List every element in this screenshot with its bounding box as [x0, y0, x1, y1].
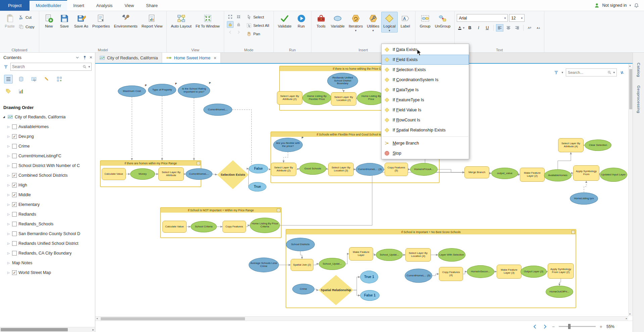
model-node-money[interactable]: Money — [130, 168, 155, 180]
model-node-home-listing-by-price-criteria[interactable]: Home Listing By Price Criteria — [250, 218, 280, 233]
layer-visibility-checkbox[interactable]: ✓ — [12, 173, 17, 178]
layer-item-avaliablehomes[interactable]: ▷AvaliableHomes — [2, 122, 95, 131]
collapse-group-icon[interactable]: − — [572, 230, 575, 234]
filter-icon[interactable] — [3, 64, 8, 69]
model-node-select-layer-by-location-4[interactable]: Select Layer By Location (4) — [405, 248, 431, 262]
zoom-slider[interactable] — [559, 326, 596, 327]
expander-icon[interactable]: ▷ — [7, 242, 10, 245]
expander-icon[interactable]: ▷ — [7, 125, 10, 128]
app-tab-insert[interactable]: Insert — [67, 0, 90, 11]
utilities-button[interactable]: Utilities▾ — [365, 12, 381, 33]
font-family-select[interactable]: Arial▾ — [457, 14, 508, 22]
layer-item-elementary[interactable]: ▷✓Elementary — [2, 200, 95, 209]
layer-item-redlands-unified-school-district[interactable]: ▷Redlands Unified School District — [2, 238, 95, 248]
layer-visibility-checkbox[interactable] — [12, 124, 17, 129]
search-options-icon[interactable]: ▾ — [88, 65, 90, 68]
list-by-labeling-button[interactable] — [4, 87, 13, 96]
sign-in-caret-icon[interactable]: ▾ — [629, 4, 631, 7]
model-node-avaliablehomes[interactable]: AvaliableHomes — [544, 169, 572, 181]
expander-icon[interactable]: ▷ — [7, 135, 10, 138]
model-node-clear-selection[interactable]: Clear Selection — [585, 140, 611, 151]
model-node-crime[interactable]: Crime — [292, 284, 314, 294]
layer-item-dev-png[interactable]: ▷✓Dev.png — [2, 131, 95, 141]
model-node-calculate-value[interactable]: Calculate Value — [162, 221, 187, 233]
align-left-button[interactable] — [496, 24, 503, 32]
model-node-merge-branch[interactable]: Merge Branch — [464, 166, 489, 178]
layer-item-redlands-ca-city-boundary[interactable]: ▷Redlands, CA City Boundary — [2, 248, 95, 258]
layer-visibility-checkbox[interactable]: ✓ — [12, 270, 17, 275]
scroll-right-icon[interactable]: ▸ — [626, 317, 627, 320]
side-tab-geoprocessing[interactable]: Geoprocessing — [637, 86, 641, 113]
expander-icon[interactable]: ▷ — [7, 232, 10, 235]
variable-button[interactable]: Variable — [329, 12, 347, 29]
model-node-select-layer-by-location-2[interactable]: Select Layer By Location (2) — [331, 92, 356, 106]
model-node-select-layer-by-attribute-4[interactable]: Select Layer By Attribute (4) — [558, 138, 584, 152]
model-node-average-schools-less-crime[interactable]: Average Schools Less Crime — [249, 258, 279, 272]
zoom-in-icon[interactable]: + — [600, 324, 602, 329]
model-node-home-listing-by-flexible-price[interactable]: Home Listing By Flexible Price — [302, 91, 331, 105]
logical-button[interactable]: Logical▾ — [381, 12, 397, 33]
forward-arrow-icon[interactable] — [235, 29, 242, 36]
report-view-button[interactable]: Report View — [140, 12, 164, 29]
model-node-are-you-flexible-with-the-price[interactable]: Are you flexible with the price?P — [273, 138, 303, 152]
layer-item-redlands-schools[interactable]: ▷Redlands_Schools — [2, 219, 95, 229]
app-tab-analysis[interactable]: Analysis — [90, 0, 118, 11]
grow-font-button[interactable]: A — [526, 24, 533, 32]
model-node-true[interactable]: True — [248, 182, 266, 191]
model-node-redlands-unified-school-district-boundary[interactable]: Redlands Unified School District Boundar… — [327, 73, 358, 89]
model-node-currenthomel-3[interactable]: CurrentHomeL... (3) — [356, 163, 384, 176]
next-extent-icon[interactable] — [542, 324, 548, 330]
tools-button[interactable]: Tools — [313, 12, 329, 29]
contents-scrollbar[interactable]: ▸ — [0, 327, 95, 332]
list-by-snapping-button[interactable] — [55, 75, 64, 84]
back-arrow-icon[interactable] — [227, 29, 234, 36]
canvas-search-input[interactable] — [568, 70, 606, 74]
model-node-homeinsecon[interactable]: HomeInSecon... — [467, 265, 494, 278]
model-node-true-1[interactable]: True 1 — [360, 271, 378, 283]
scrollbar-thumb[interactable] — [1, 328, 68, 331]
model-node-output-layer-3[interactable]: Output Layer (3) — [521, 266, 547, 278]
pan-button[interactable]: Pan — [245, 31, 271, 37]
menu-item-if-rowcount-is[interactable]: If RowCount Is — [382, 115, 469, 125]
close-panel-icon[interactable]: × — [90, 55, 92, 60]
menu-item-if-spatial-relationship-exists[interactable]: If Spatial Relationship Exists — [382, 125, 469, 135]
run-button[interactable]: Run — [294, 12, 309, 29]
expander-icon[interactable]: ▷ — [7, 213, 10, 216]
save-button[interactable]: Save — [57, 12, 72, 29]
model-node-copy-features-4[interactable]: Copy Features (4) — [439, 267, 463, 281]
validate-button[interactable]: Validate — [276, 12, 294, 29]
layer-visibility-checkbox[interactable] — [12, 222, 17, 226]
layer-item-high[interactable]: ▷✓High — [2, 180, 95, 190]
contents-search-input[interactable] — [12, 64, 81, 69]
model-node-type-of-property[interactable]: Type of PropertyP — [148, 84, 176, 96]
menu-item-if-coordinationsystem-is[interactable]: If CoordinationSystem Is — [382, 75, 469, 85]
save-as-button[interactable]: Save As — [72, 12, 90, 29]
model-node-homeinpricea[interactable]: HomeInPriceA... — [410, 163, 438, 176]
zoom-level[interactable]: 55% — [606, 324, 618, 329]
menu-item-stop[interactable]: Stop — [382, 148, 469, 158]
canvas-filter-icon[interactable] — [554, 70, 559, 75]
model-node-output-value[interactable]: output_value — [491, 168, 518, 179]
menu-item-if-field-exists[interactable]: If Field Exists — [382, 55, 469, 65]
app-tab-project[interactable]: Project — [0, 0, 30, 11]
scroll-left-icon[interactable]: ◂ — [96, 317, 98, 320]
sign-in-status[interactable]: Not signed in — [602, 3, 627, 8]
app-tab-view[interactable]: View — [118, 0, 140, 11]
model-node-homeoutofpri[interactable]: HomeOutOfPri... — [546, 286, 573, 298]
model-node-calculate-value[interactable]: Calculate Value — [102, 168, 126, 180]
expander-icon[interactable]: ▷ — [7, 193, 10, 197]
align-center-button[interactable] — [505, 24, 512, 32]
layer-visibility-checkbox[interactable] — [12, 144, 17, 149]
align-right-button[interactable] — [513, 24, 521, 32]
model-node-selection-exists[interactable]: Selection Exists — [217, 160, 249, 189]
model-node-select-layer-by-attribute-2[interactable]: Select Layer By Attribute (2) — [271, 163, 296, 176]
layer-visibility-checkbox[interactable] — [12, 212, 17, 217]
zoom-out-icon[interactable]: − — [552, 324, 555, 329]
model-node-school-criteria[interactable]: School Criteria — [191, 221, 217, 232]
model-node-school-districts[interactable]: School Districts — [286, 238, 315, 251]
menu-item-if-data-exists[interactable]: If Data Exists — [382, 45, 469, 55]
collapse-group-icon[interactable]: − — [277, 209, 280, 212]
model-node-homelisting-lyrx[interactable]: HomeListing.lyrx — [570, 192, 598, 205]
list-by-editing-button[interactable] — [42, 75, 51, 84]
expander-icon[interactable]: ▷ — [7, 203, 10, 206]
